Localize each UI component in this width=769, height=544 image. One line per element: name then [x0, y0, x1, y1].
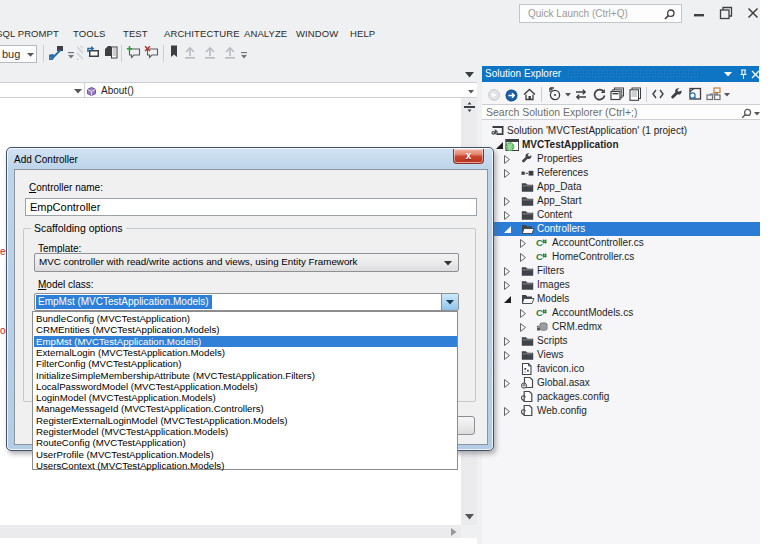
svg-text:C: C [536, 307, 543, 318]
svg-text:C: C [536, 237, 543, 248]
svg-text:C: C [536, 251, 543, 262]
